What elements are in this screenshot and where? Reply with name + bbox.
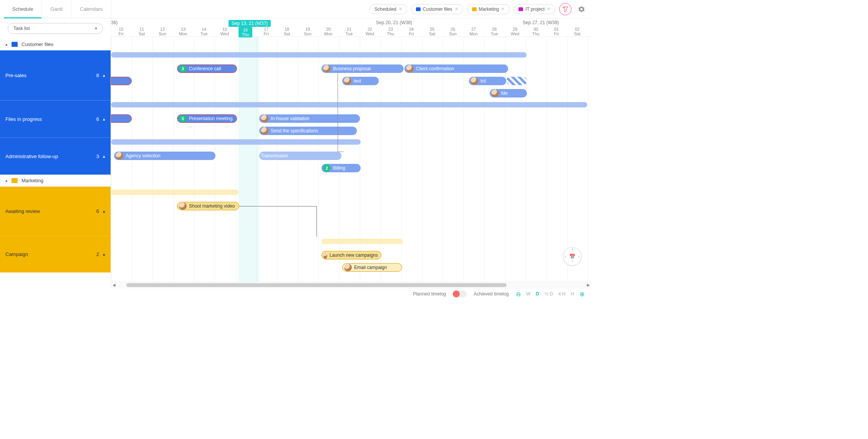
chevron-up-icon: ▴ [103, 252, 105, 257]
summary-bar[interactable] [111, 52, 527, 58]
close-icon[interactable]: ✕ [399, 7, 402, 12]
day-column[interactable]: 23Thu [384, 27, 398, 36]
row-count: 2 [96, 251, 99, 257]
zoom-half-day[interactable]: ½ D [545, 291, 553, 297]
zoom-in-icon[interactable]: ⊕ [580, 290, 585, 298]
calendar-icon[interactable]: 📅 [569, 254, 575, 259]
task-test[interactable]: test [342, 77, 379, 85]
zoom-hour[interactable]: H [571, 291, 574, 297]
day-column[interactable]: 14Tue [197, 27, 211, 36]
day-column[interactable]: 01Fri [550, 27, 563, 36]
timelog-toggle[interactable] [453, 290, 467, 297]
day-column[interactable]: 26Sun [446, 27, 460, 36]
horizontal-scrollbar[interactable]: ◀ ▶ [111, 282, 591, 289]
date-navigator[interactable]: ‹ 📅 › ˄ ˅ [563, 247, 581, 266]
close-icon[interactable]: ✕ [501, 7, 505, 12]
scroll-left-icon[interactable]: ◀ [113, 283, 116, 287]
svg-text:+: + [563, 6, 565, 9]
chevron-right-icon[interactable]: › [578, 254, 580, 259]
filter-scheduled[interactable]: Scheduled ✕ [369, 4, 407, 14]
day-column[interactable]: 28Tue [487, 27, 501, 36]
task-trd[interactable]: trd [469, 77, 506, 85]
task-partial[interactable] [111, 114, 132, 123]
summary-bar[interactable] [111, 139, 361, 145]
task-billing[interactable]: 2 Billing [321, 164, 361, 172]
tasklist-selector[interactable]: Task list ▾ [8, 23, 103, 34]
task-business-proposal[interactable]: Business proposal [321, 64, 404, 73]
close-icon[interactable]: ✕ [455, 7, 458, 12]
task-inhouse-validation[interactable]: In-house validation [259, 114, 360, 123]
day-column[interactable]: 15Wed [218, 27, 232, 36]
day-column[interactable]: 02Sat [570, 27, 584, 36]
task-client-confirmation[interactable]: Client confirmation [404, 64, 508, 73]
funnel-plus-icon: + [562, 6, 568, 12]
task-striped[interactable] [506, 77, 527, 85]
group-header-marketing[interactable]: ▴ Marketing [0, 175, 111, 186]
filter-customer-files[interactable]: Customer files ✕ [411, 4, 463, 14]
chevron-down-icon[interactable]: ˅ [571, 260, 573, 264]
day-column[interactable]: 21Tue [342, 27, 356, 36]
task-agency-selection[interactable]: Agency selection [114, 152, 215, 160]
row-admin-followup[interactable]: Administrative follow-up 3 ▴ [0, 137, 111, 175]
day-column[interactable]: 18Sat [280, 27, 294, 36]
filter-it-project[interactable]: IT project ✕ [514, 4, 555, 14]
day-column[interactable]: 19Sun [301, 27, 315, 36]
summary-bar[interactable] [111, 190, 239, 195]
timeline-body[interactable]: 3 Conference call Business proposal Clie… [111, 37, 591, 282]
avatar-icon [491, 89, 499, 97]
group-header-customer[interactable]: ▴ Customer files [0, 38, 111, 50]
task-shoot-video[interactable]: Shoot marketing video [177, 202, 239, 210]
zoom-day[interactable]: D [536, 291, 539, 297]
task-email-campaign[interactable]: Email campaign [342, 263, 402, 272]
tab-schedule[interactable]: Schedule [4, 0, 42, 18]
scrollbar-thumb[interactable] [126, 283, 507, 287]
row-presales[interactable]: Pre-sales 8 ▴ [0, 50, 111, 100]
scroll-right-icon[interactable]: ▶ [587, 283, 590, 287]
arrow-end-icon [359, 114, 360, 123]
zoom-4h[interactable]: 4 H [558, 291, 566, 297]
day-column[interactable]: 24Fri [404, 27, 418, 36]
task-launch-campaigns[interactable]: Launch new campaigns [321, 251, 381, 259]
summary-bar[interactable] [321, 239, 403, 244]
day-column[interactable]: 20Mon [321, 27, 335, 36]
row-title: Campaign [5, 251, 28, 257]
zoom-out-icon[interactable]: ⊖ [516, 290, 521, 298]
tab-calendars[interactable]: Calendars [71, 0, 111, 18]
day-column[interactable]: 11Sat [135, 27, 149, 36]
task-transmission[interactable]: Transmission [259, 152, 341, 160]
chevron-up-icon[interactable]: ˄ [571, 248, 573, 253]
row-files-in-progress[interactable]: Files in progress 6 ▴ [0, 100, 111, 137]
task-partial[interactable] [111, 77, 132, 85]
day-column[interactable]: 30Thu [529, 27, 543, 36]
footer: Planned timelog Achieved timelog ⊖ W D ½… [0, 289, 591, 299]
day-column[interactable]: 22Wed [363, 27, 377, 36]
day-column[interactable]: 13Mon [176, 27, 190, 36]
day-column[interactable]: 27Mon [467, 27, 480, 36]
timeline-row-admin: Agency selection Transmission 2 Billing [111, 137, 591, 174]
day-column[interactable]: 16Thu [239, 27, 252, 38]
day-column[interactable]: 12Sun [156, 27, 169, 36]
zoom-week[interactable]: W [526, 291, 530, 297]
day-column[interactable]: 25Sat [425, 27, 439, 36]
tab-gantt[interactable]: Gantt [42, 0, 71, 18]
summary-bar[interactable] [111, 102, 587, 107]
day-column[interactable]: 29Wed [508, 27, 522, 36]
group-title: Customer files [22, 41, 53, 47]
row-awaiting-review[interactable]: Awaiting review 6 ▴ [0, 186, 111, 236]
task-label: test [354, 78, 361, 84]
add-filter-button[interactable]: + [559, 3, 571, 15]
task-send-specifications[interactable]: Send the specifications [259, 127, 357, 135]
task-fde[interactable]: fde [490, 89, 527, 97]
task-conference-call[interactable]: 3 Conference call [177, 64, 237, 73]
dependency-line [239, 206, 317, 237]
task-presentation-meeting[interactable]: 5 Presentation meeting [177, 114, 237, 123]
chevron-left-icon[interactable]: ‹ [565, 254, 566, 259]
filter-marketing[interactable]: Marketing ✕ [467, 4, 510, 14]
chevron-up-icon: ▴ [103, 73, 105, 78]
settings-button[interactable] [575, 3, 588, 15]
day-column[interactable]: 17Fri [259, 27, 273, 36]
day-column[interactable]: 10Fri [114, 27, 128, 36]
row-campaign[interactable]: Campaign 2 ▴ [0, 236, 111, 272]
avatar-icon [470, 77, 478, 85]
close-icon[interactable]: ✕ [547, 7, 550, 12]
